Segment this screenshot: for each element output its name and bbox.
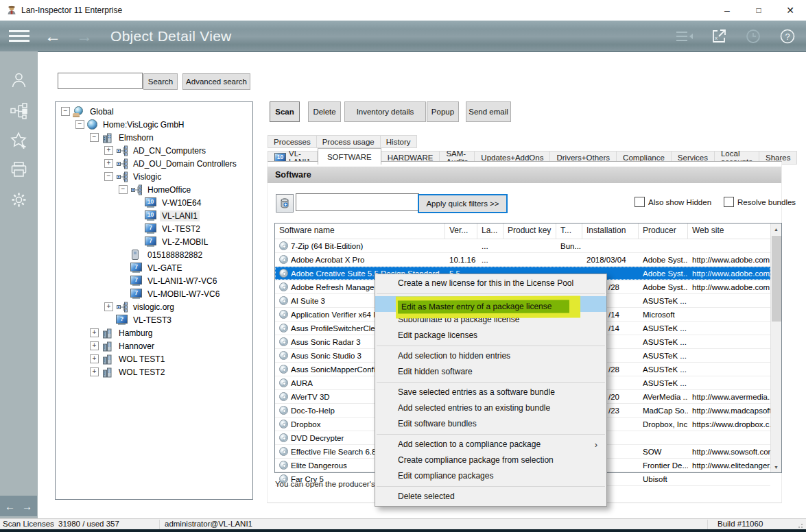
tree-item-label[interactable]: vislogic.org xyxy=(131,302,176,313)
tree-item[interactable]: 7VL-LANI1-W7-VC6 xyxy=(56,274,252,287)
menu-item-edit-software-bundles[interactable]: Edit software bundles xyxy=(375,416,606,432)
search-button[interactable]: Search xyxy=(143,73,178,90)
tree-item-label[interactable]: Global xyxy=(88,106,116,117)
tree-item-label[interactable]: 015188882882 xyxy=(145,250,204,261)
tree-item[interactable]: 10V-W10E64 xyxy=(56,196,252,209)
column-header[interactable]: La... xyxy=(477,223,503,239)
expand-expander-icon[interactable]: + xyxy=(104,302,113,311)
column-header[interactable]: Software name xyxy=(275,223,445,239)
column-header[interactable]: T... xyxy=(556,223,582,239)
collapse-expander-icon[interactable]: − xyxy=(61,107,70,116)
quick-filter-input[interactable] xyxy=(296,193,419,211)
tree-item[interactable]: 10VL-LANI1 xyxy=(56,209,252,222)
menu-item-create-a-new-license-for-this-in-the-lic[interactable]: Create a new license for this in the Lic… xyxy=(375,276,606,291)
column-header[interactable]: Product key xyxy=(503,223,556,239)
tree-item[interactable]: +WOL TEST1 xyxy=(56,352,252,365)
collapse-list-icon[interactable] xyxy=(676,27,694,45)
collapse-expander-icon[interactable]: − xyxy=(90,133,99,142)
tab-processes[interactable]: Processes xyxy=(268,135,317,148)
tree-item-label[interactable]: Elmshorn xyxy=(117,132,156,143)
tree-item-label[interactable]: WOL TEST1 xyxy=(117,354,167,365)
tree-item-label[interactable]: VL-LANI1 xyxy=(160,210,200,221)
menu-item-edit-package-licenses[interactable]: Edit package licenses xyxy=(375,328,606,343)
tree-item[interactable]: +AD_OU_Domain Controllers xyxy=(56,157,252,170)
checkbox-also-show-hidden[interactable]: Also show Hidden xyxy=(635,197,711,207)
expand-expander-icon[interactable]: + xyxy=(104,146,113,155)
settings-gear-icon[interactable] xyxy=(10,191,28,209)
forward-arrow-icon[interactable]: → xyxy=(76,28,93,45)
hamburger-menu-icon[interactable] xyxy=(9,30,29,42)
menu-item-delete-selected[interactable]: Delete selected xyxy=(375,489,606,505)
search-input[interactable] xyxy=(58,73,143,89)
expand-expander-icon[interactable]: + xyxy=(104,159,113,168)
tree-item-label[interactable]: V-W10E64 xyxy=(160,197,203,208)
collapse-expander-icon[interactable]: − xyxy=(119,185,128,194)
menu-item-edit-hidden-software[interactable]: Edit hidden software xyxy=(375,364,606,380)
toolbar-button-scan[interactable]: Scan xyxy=(270,101,300,122)
scroll-thumb[interactable] xyxy=(772,236,781,322)
tree-item[interactable]: 015188882882 xyxy=(56,248,252,261)
tree-item-label[interactable]: AD_OU_Domain Controllers xyxy=(131,158,239,169)
tree-item-label[interactable]: Hamburg xyxy=(117,328,154,339)
tree-item[interactable]: 7VL-MOBIL-W7-VC6 xyxy=(56,287,252,300)
clear-filter-button[interactable] xyxy=(276,194,294,213)
tree-item-label[interactable]: Hannover xyxy=(117,341,156,352)
tree-item[interactable]: +Hannover xyxy=(56,339,252,352)
close-button[interactable]: ✕ xyxy=(774,0,806,21)
tree-item-label[interactable]: HomeOffice xyxy=(145,184,193,195)
checkbox-resolve-bundles[interactable]: Resolve bundles xyxy=(724,197,796,207)
tree-item[interactable]: +AD_CN_Computers xyxy=(56,144,252,157)
column-header[interactable]: Web site xyxy=(688,223,772,239)
advanced-search-button[interactable]: Advanced search xyxy=(182,73,250,90)
tree-item[interactable]: +WOL TEST2 xyxy=(56,365,252,378)
tab-software[interactable]: SOFTWARE xyxy=(318,148,381,165)
resize-grip[interactable] xyxy=(798,522,805,529)
tree-item-label[interactable]: AD_CN_Computers xyxy=(131,145,208,156)
scroll-down-icon[interactable]: ▼ xyxy=(771,461,781,472)
tree-item-label[interactable]: VL-GATE xyxy=(145,263,184,274)
column-header[interactable]: Producer xyxy=(639,223,688,239)
tree-item-label[interactable]: WOL TEST2 xyxy=(117,367,167,378)
expand-expander-icon[interactable]: + xyxy=(90,354,99,363)
tree-item[interactable]: 7VL-Z-MOBIL xyxy=(56,235,252,248)
user-icon[interactable] xyxy=(10,71,28,89)
toolbar-button-send-email[interactable]: Send email xyxy=(466,101,511,122)
tree-item-label[interactable]: VL-Z-MOBIL xyxy=(160,237,210,247)
table-row[interactable]: Adobe Acrobat X Pro10.1.16...2018/03/04A… xyxy=(275,253,770,267)
tab-process-usage[interactable]: Process usage xyxy=(317,135,381,148)
favorite-star-icon[interactable] xyxy=(10,131,28,149)
expand-expander-icon[interactable]: + xyxy=(90,328,99,337)
tree-item[interactable]: −Home:VisLogic GmbH xyxy=(56,118,252,131)
back-arrow-icon[interactable]: ← xyxy=(45,28,61,45)
minimize-button[interactable]: – xyxy=(711,0,743,21)
tree-item[interactable]: ?VL-TEST3 xyxy=(56,313,252,326)
menu-item-edit-compliance-packages[interactable]: Edit compliance packages xyxy=(375,468,606,484)
tree-item[interactable]: +Hamburg xyxy=(56,326,252,339)
menu-item-save-selected-entries-as-a-software-bund[interactable]: Save selected entries as a software bund… xyxy=(375,385,606,400)
expand-expander-icon[interactable]: + xyxy=(90,367,99,376)
help-icon[interactable]: ? xyxy=(779,27,796,45)
maximize-button[interactable]: □ xyxy=(743,0,774,21)
export-view-icon[interactable]: x xyxy=(710,27,728,45)
network-tree-icon[interactable] xyxy=(10,101,28,120)
menu-item-add-selected-entries-to-an-existing-bund[interactable]: Add selected entries to an existing bund… xyxy=(375,400,606,416)
tree-item-label[interactable]: VL-TEST3 xyxy=(131,315,174,326)
expand-expander-icon[interactable]: + xyxy=(90,341,99,350)
print-icon[interactable] xyxy=(10,160,28,179)
tree-item[interactable]: 7VL-GATE xyxy=(56,261,252,274)
checkbox-box[interactable] xyxy=(635,197,645,207)
menu-item-add-selection-to-hidden-entries[interactable]: Add selection to hidden entries xyxy=(375,348,606,364)
vertical-scrollbar[interactable]: ▲ ▼ xyxy=(770,223,781,472)
menu-item-edit-as-master-entry-of-a-package-licens[interactable]: Edit as Master entry of a package licens… xyxy=(375,296,606,312)
tree-forward-icon[interactable]: → xyxy=(22,500,32,512)
tree-item[interactable]: −Elmshorn xyxy=(56,131,252,144)
tree-item-label[interactable]: VL-MOBIL-W7-VC6 xyxy=(145,289,222,300)
table-row[interactable]: 7-Zip (64 Bit-Edition)...Bun... xyxy=(275,239,770,253)
toolbar-button-popup[interactable]: Popup xyxy=(427,101,459,122)
column-header[interactable]: Installation xyxy=(582,223,639,239)
tree-item[interactable]: +vislogic.org xyxy=(56,300,252,313)
collapse-expander-icon[interactable]: − xyxy=(104,172,113,181)
tree-item[interactable]: −Global xyxy=(56,105,252,118)
tree-item-label[interactable]: Vislogic xyxy=(131,171,163,182)
tree-item[interactable]: −Vislogic xyxy=(56,170,252,183)
